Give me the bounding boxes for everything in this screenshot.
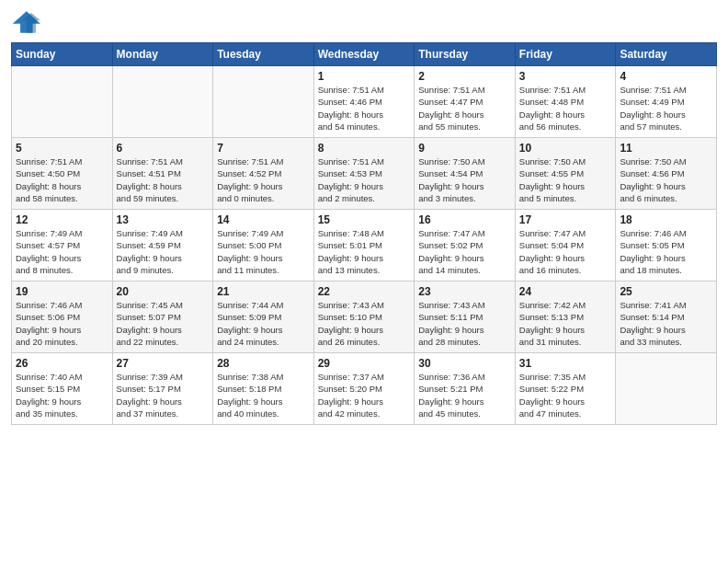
day-info: Sunrise: 7:43 AM Sunset: 5:11 PM Dayligh… [418, 299, 511, 348]
day-info: Sunrise: 7:46 AM Sunset: 5:06 PM Dayligh… [16, 299, 108, 348]
day-info: Sunrise: 7:36 AM Sunset: 5:21 PM Dayligh… [418, 371, 511, 419]
day-info: Sunrise: 7:46 AM Sunset: 5:05 PM Dayligh… [620, 227, 712, 276]
day-info: Sunrise: 7:51 AM Sunset: 4:49 PM Dayligh… [620, 84, 712, 132]
day-info: Sunrise: 7:35 AM Sunset: 5:22 PM Dayligh… [519, 371, 612, 419]
week-row-1: 1Sunrise: 7:51 AM Sunset: 4:46 PM Daylig… [12, 66, 717, 138]
day-number: 22 [318, 285, 411, 298]
calendar-cell: 10Sunrise: 7:50 AM Sunset: 4:55 PM Dayli… [515, 138, 616, 210]
weekday-header-saturday: Saturday [616, 43, 717, 66]
day-number: 11 [620, 142, 712, 155]
day-info: Sunrise: 7:43 AM Sunset: 5:10 PM Dayligh… [318, 299, 411, 348]
day-info: Sunrise: 7:51 AM Sunset: 4:51 PM Dayligh… [117, 155, 210, 204]
day-info: Sunrise: 7:51 AM Sunset: 4:46 PM Dayligh… [318, 84, 411, 132]
weekday-header-wednesday: Wednesday [313, 43, 415, 66]
calendar-cell: 16Sunrise: 7:47 AM Sunset: 5:02 PM Dayli… [415, 210, 516, 282]
day-number: 2 [418, 70, 511, 83]
day-info: Sunrise: 7:50 AM Sunset: 4:54 PM Dayligh… [418, 155, 511, 204]
day-number: 5 [16, 142, 108, 155]
calendar-cell: 3Sunrise: 7:51 AM Sunset: 4:48 PM Daylig… [515, 66, 616, 138]
calendar-cell: 11Sunrise: 7:50 AM Sunset: 4:56 PM Dayli… [616, 138, 717, 210]
weekday-header-sunday: Sunday [12, 43, 113, 66]
calendar-cell: 6Sunrise: 7:51 AM Sunset: 4:51 PM Daylig… [112, 138, 213, 210]
calendar-cell: 23Sunrise: 7:43 AM Sunset: 5:11 PM Dayli… [415, 282, 516, 353]
calendar-cell: 28Sunrise: 7:38 AM Sunset: 5:18 PM Dayli… [213, 353, 314, 425]
day-number: 7 [217, 142, 310, 155]
calendar-cell: 13Sunrise: 7:49 AM Sunset: 4:59 PM Dayli… [112, 210, 213, 282]
weekday-header-tuesday: Tuesday [213, 43, 314, 66]
calendar-cell: 4Sunrise: 7:51 AM Sunset: 4:49 PM Daylig… [616, 66, 717, 138]
calendar-cell: 1Sunrise: 7:51 AM Sunset: 4:46 PM Daylig… [313, 66, 415, 138]
day-number: 21 [217, 285, 310, 298]
day-number: 29 [318, 357, 411, 370]
day-info: Sunrise: 7:51 AM Sunset: 4:52 PM Dayligh… [217, 155, 310, 204]
calendar-cell: 31Sunrise: 7:35 AM Sunset: 5:22 PM Dayli… [515, 353, 616, 425]
calendar-cell: 25Sunrise: 7:41 AM Sunset: 5:14 PM Dayli… [616, 282, 717, 353]
calendar-cell: 26Sunrise: 7:40 AM Sunset: 5:15 PM Dayli… [12, 353, 113, 425]
day-number: 14 [217, 213, 310, 226]
calendar-table: SundayMondayTuesdayWednesdayThursdayFrid… [11, 42, 717, 425]
day-number: 8 [318, 142, 411, 155]
calendar-cell: 18Sunrise: 7:46 AM Sunset: 5:05 PM Dayli… [616, 210, 717, 282]
calendar-cell [112, 66, 213, 138]
day-number: 9 [418, 142, 511, 155]
calendar-cell [213, 66, 314, 138]
calendar-cell: 2Sunrise: 7:51 AM Sunset: 4:47 PM Daylig… [415, 66, 516, 138]
logo-icon [11, 9, 40, 35]
calendar-cell: 15Sunrise: 7:48 AM Sunset: 5:01 PM Dayli… [313, 210, 415, 282]
day-info: Sunrise: 7:51 AM Sunset: 4:50 PM Dayligh… [16, 155, 108, 204]
day-info: Sunrise: 7:51 AM Sunset: 4:48 PM Dayligh… [519, 84, 612, 132]
calendar-cell: 8Sunrise: 7:51 AM Sunset: 4:53 PM Daylig… [313, 138, 415, 210]
day-info: Sunrise: 7:50 AM Sunset: 4:56 PM Dayligh… [620, 155, 712, 204]
day-info: Sunrise: 7:40 AM Sunset: 5:15 PM Dayligh… [16, 371, 108, 419]
day-info: Sunrise: 7:49 AM Sunset: 4:57 PM Dayligh… [16, 227, 108, 276]
page-container: SundayMondayTuesdayWednesdayThursdayFrid… [0, 0, 728, 431]
day-number: 30 [418, 357, 511, 370]
day-number: 3 [519, 70, 612, 83]
day-number: 23 [418, 285, 511, 298]
day-number: 13 [117, 213, 210, 226]
calendar-cell: 30Sunrise: 7:36 AM Sunset: 5:21 PM Dayli… [415, 353, 516, 425]
day-info: Sunrise: 7:39 AM Sunset: 5:17 PM Dayligh… [117, 371, 210, 419]
day-number: 31 [519, 357, 612, 370]
calendar-cell [616, 353, 717, 425]
day-number: 17 [519, 213, 612, 226]
day-info: Sunrise: 7:51 AM Sunset: 4:47 PM Dayligh… [418, 84, 511, 132]
day-info: Sunrise: 7:49 AM Sunset: 5:00 PM Dayligh… [217, 227, 310, 276]
day-info: Sunrise: 7:38 AM Sunset: 5:18 PM Dayligh… [217, 371, 310, 419]
day-number: 1 [318, 70, 411, 83]
day-number: 18 [620, 213, 712, 226]
day-info: Sunrise: 7:48 AM Sunset: 5:01 PM Dayligh… [318, 227, 411, 276]
day-number: 6 [117, 142, 210, 155]
day-info: Sunrise: 7:47 AM Sunset: 5:04 PM Dayligh… [519, 227, 612, 276]
day-number: 15 [318, 213, 411, 226]
calendar-cell [12, 66, 113, 138]
week-row-5: 26Sunrise: 7:40 AM Sunset: 5:15 PM Dayli… [12, 353, 717, 425]
day-info: Sunrise: 7:50 AM Sunset: 4:55 PM Dayligh… [519, 155, 612, 204]
weekday-header-thursday: Thursday [415, 43, 516, 66]
day-info: Sunrise: 7:41 AM Sunset: 5:14 PM Dayligh… [620, 299, 712, 348]
week-row-3: 12Sunrise: 7:49 AM Sunset: 4:57 PM Dayli… [12, 210, 717, 282]
calendar-cell: 9Sunrise: 7:50 AM Sunset: 4:54 PM Daylig… [415, 138, 516, 210]
day-number: 4 [620, 70, 712, 83]
calendar-cell: 20Sunrise: 7:45 AM Sunset: 5:07 PM Dayli… [112, 282, 213, 353]
day-info: Sunrise: 7:51 AM Sunset: 4:53 PM Dayligh… [318, 155, 411, 204]
day-number: 16 [418, 213, 511, 226]
calendar-cell: 21Sunrise: 7:44 AM Sunset: 5:09 PM Dayli… [213, 282, 314, 353]
day-info: Sunrise: 7:42 AM Sunset: 5:13 PM Dayligh… [519, 299, 612, 348]
day-number: 24 [519, 285, 612, 298]
weekday-header-monday: Monday [112, 43, 213, 66]
day-number: 27 [117, 357, 210, 370]
day-number: 12 [16, 213, 108, 226]
calendar-cell: 7Sunrise: 7:51 AM Sunset: 4:52 PM Daylig… [213, 138, 314, 210]
day-info: Sunrise: 7:47 AM Sunset: 5:02 PM Dayligh… [418, 227, 511, 276]
calendar-cell: 12Sunrise: 7:49 AM Sunset: 4:57 PM Dayli… [12, 210, 113, 282]
calendar-cell: 29Sunrise: 7:37 AM Sunset: 5:20 PM Dayli… [313, 353, 415, 425]
calendar-cell: 19Sunrise: 7:46 AM Sunset: 5:06 PM Dayli… [12, 282, 113, 353]
day-number: 25 [620, 285, 712, 298]
day-info: Sunrise: 7:44 AM Sunset: 5:09 PM Dayligh… [217, 299, 310, 348]
week-row-4: 19Sunrise: 7:46 AM Sunset: 5:06 PM Dayli… [12, 282, 717, 353]
day-number: 26 [16, 357, 108, 370]
weekday-header-row: SundayMondayTuesdayWednesdayThursdayFrid… [12, 43, 717, 66]
calendar-cell: 5Sunrise: 7:51 AM Sunset: 4:50 PM Daylig… [12, 138, 113, 210]
calendar-cell: 14Sunrise: 7:49 AM Sunset: 5:00 PM Dayli… [213, 210, 314, 282]
